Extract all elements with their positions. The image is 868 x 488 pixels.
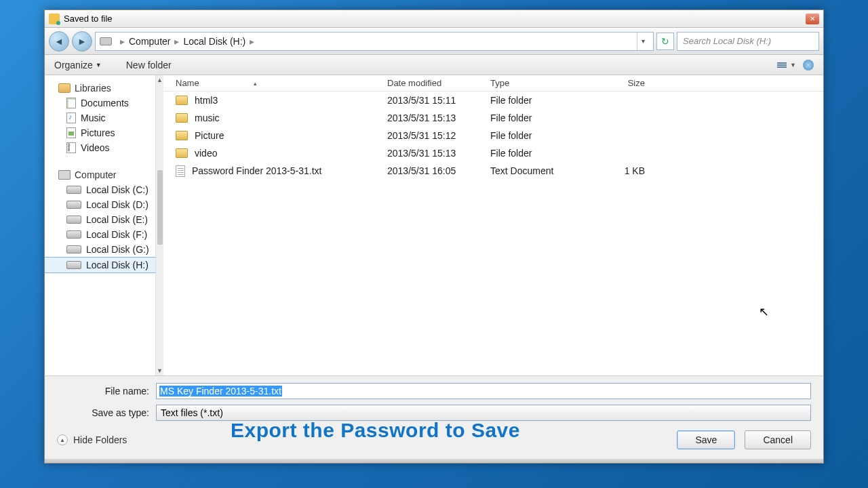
folder-icon [176, 96, 188, 105]
scroll-down-icon[interactable]: ▼ [156, 366, 163, 375]
breadcrumb[interactable]: Computer [129, 36, 170, 47]
sidebar-item-drive-g[interactable]: Local Disk (G:) [45, 242, 163, 257]
chevron-right-icon: ▸ [174, 36, 179, 47]
sidebar-item-drive-e[interactable]: Local Disk (E:) [45, 212, 163, 227]
refresh-button[interactable]: ↻ [656, 33, 674, 50]
file-name: html3 [195, 95, 218, 106]
sidebar-item-music[interactable]: Music [45, 110, 163, 125]
chevron-down-icon: ▼ [96, 62, 102, 68]
cancel-label: Cancel [763, 434, 793, 445]
filename-input[interactable]: MS Key Finder 2013-5-31.txt [156, 383, 811, 399]
back-button[interactable]: ◄ [49, 31, 69, 52]
form-area: File name: MS Key Finder 2013-5-31.txt S… [45, 376, 823, 421]
column-name[interactable]: Name ▴ [163, 78, 387, 88]
filename-value: MS Key Finder 2013-5-31.txt [159, 386, 282, 396]
sidebar-item-drive-c[interactable]: Local Disk (C:) [45, 182, 163, 197]
sidebar-item-label: Local Disk (E:) [86, 214, 148, 225]
sidebar-item-label: Videos [81, 142, 110, 153]
scroll-thumb[interactable] [157, 170, 163, 245]
sidebar-group-computer[interactable]: Computer [45, 167, 163, 182]
app-icon [49, 14, 60, 24]
sidebar-item-pictures[interactable]: Pictures [45, 125, 163, 140]
file-date: 2013/5/31 16:05 [387, 165, 490, 176]
file-list: Name ▴ Date modified Type Size html32013… [163, 75, 823, 375]
disk-icon [66, 216, 81, 224]
hide-folders-label: Hide Folders [73, 434, 127, 445]
file-type: Text Document [490, 165, 587, 176]
file-type: File folder [490, 95, 587, 106]
chevron-right-icon: ▸ [120, 36, 125, 47]
column-size[interactable]: Size [587, 78, 654, 88]
column-headers: Name ▴ Date modified Type Size [163, 75, 823, 92]
table-row[interactable]: Password Finder 2013-5-31.txt2013/5/31 1… [163, 162, 823, 180]
folder-icon [176, 113, 188, 123]
column-date[interactable]: Date modified [387, 78, 490, 88]
column-type[interactable]: Type [490, 78, 587, 88]
file-date: 2013/5/31 15:11 [387, 95, 490, 106]
hide-folders-button[interactable]: ▲ Hide Folders [57, 434, 127, 445]
table-row[interactable]: video2013/5/31 15:13File folder [163, 144, 823, 162]
file-type: File folder [490, 130, 587, 141]
overlay-caption: Export the Password to Save [231, 419, 520, 442]
libraries-icon [58, 83, 71, 93]
save-button[interactable]: Save [677, 430, 735, 449]
titlebar[interactable]: Saved to file ✕ [45, 10, 823, 28]
sidebar-item-label: Local Disk (D:) [86, 199, 149, 210]
file-name: Picture [195, 130, 224, 141]
table-row[interactable]: Picture2013/5/31 15:12File folder [163, 127, 823, 144]
chevron-down-icon: ▼ [790, 62, 796, 68]
file-name: Password Finder 2013-5-31.txt [192, 165, 321, 176]
sidebar-item-label: Local Disk (G:) [86, 244, 149, 255]
close-icon[interactable]: ✕ [806, 14, 819, 24]
organize-button[interactable]: Organize ▼ [54, 60, 102, 70]
sidebar-item-videos[interactable]: Videos [45, 140, 163, 155]
folder-icon [176, 131, 188, 140]
organize-label: Organize [54, 60, 93, 70]
disk-icon [66, 201, 81, 209]
breadcrumb[interactable]: Local Disk (H:) [183, 36, 245, 47]
view-mode-button[interactable]: ▼ [777, 62, 796, 68]
scroll-up-icon[interactable]: ▲ [156, 75, 163, 85]
pictures-icon [66, 127, 76, 138]
file-type: File folder [490, 113, 587, 123]
sidebar-group-libraries[interactable]: Libraries [45, 81, 163, 96]
cancel-button[interactable]: Cancel [745, 430, 811, 449]
file-name: video [195, 148, 217, 159]
file-type: File folder [490, 148, 587, 159]
table-row[interactable]: html32013/5/31 15:11File folder [163, 92, 823, 109]
sidebar-item-label: Documents [81, 98, 129, 108]
sidebar-item-label: Music [81, 113, 106, 123]
address-bar[interactable]: ▸ Computer ▸ Local Disk (H:) ▸ ▾ [95, 32, 654, 51]
computer-icon [58, 170, 71, 180]
column-label: Date modified [387, 78, 441, 88]
toolbar: Organize ▼ New folder ▼ [45, 55, 823, 75]
file-date: 2013/5/31 15:13 [387, 148, 490, 159]
forward-button[interactable]: ► [72, 31, 92, 52]
sidebar-item-documents[interactable]: Documents [45, 96, 163, 110]
column-label: Size [628, 78, 645, 88]
sidebar-item-drive-f[interactable]: Local Disk (F:) [45, 227, 163, 242]
table-row[interactable]: music2013/5/31 15:13File folder [163, 109, 823, 127]
sidebar-label: Computer [75, 169, 116, 180]
file-name: music [195, 113, 220, 123]
nav-bar: ◄ ► ▸ Computer ▸ Local Disk (H:) ▸ ▾ ↻ S… [45, 28, 823, 55]
help-icon[interactable] [803, 60, 814, 70]
new-folder-button[interactable]: New folder [126, 60, 172, 70]
save-type-label: Save as type: [57, 407, 152, 418]
search-input[interactable]: Search Local Disk (H:) [677, 32, 819, 51]
column-label: Name [176, 78, 199, 88]
disk-icon [100, 37, 112, 45]
sidebar: Libraries Documents Music Pictures Video… [45, 75, 163, 375]
folder-icon [176, 148, 188, 158]
sidebar-item-label: Pictures [81, 127, 115, 138]
videos-icon [66, 142, 76, 153]
disk-icon [66, 186, 81, 194]
sidebar-scrollbar[interactable]: ▲ ▼ [155, 75, 163, 375]
file-size: 1 KB [587, 165, 654, 176]
search-placeholder: Search Local Disk (H:) [683, 36, 771, 46]
sidebar-item-drive-d[interactable]: Local Disk (D:) [45, 197, 163, 212]
music-icon [66, 113, 76, 123]
save-dialog: Saved to file ✕ ◄ ► ▸ Computer ▸ Local D… [44, 9, 824, 464]
chevron-down-icon[interactable]: ▾ [637, 33, 649, 50]
sidebar-item-drive-h[interactable]: Local Disk (H:) [45, 257, 163, 273]
